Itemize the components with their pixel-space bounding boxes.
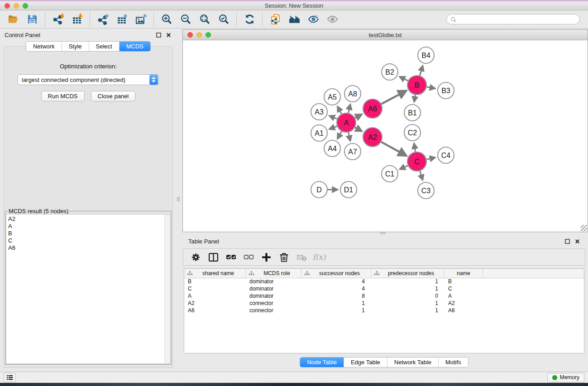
graph-node-B3[interactable]: B3 [438, 82, 454, 99]
zoom-out-icon[interactable] [178, 12, 193, 27]
tab-network-table[interactable]: Network Table [387, 357, 439, 367]
search-input[interactable] [457, 16, 576, 23]
graph-edge-B-B4[interactable] [420, 66, 422, 76]
add-column-icon[interactable] [258, 250, 274, 264]
column-header-name[interactable]: name [445, 269, 483, 278]
graph-node-A2[interactable]: A2 [363, 128, 382, 147]
graph-node-B4[interactable]: B4 [418, 47, 434, 63]
import-network-icon[interactable] [51, 12, 65, 27]
hide-details-icon[interactable] [306, 12, 320, 27]
search-box[interactable] [446, 14, 580, 24]
graph-edge-C-C3[interactable] [420, 171, 423, 180]
tab-node-table[interactable]: Node Table [300, 357, 344, 367]
refresh-layout-icon[interactable] [242, 12, 257, 27]
graph-node-A7[interactable]: A7 [344, 143, 361, 160]
tab-motifs[interactable]: Motifs [439, 357, 468, 367]
splitter-handle[interactable] [380, 232, 386, 234]
graph-node-C3[interactable]: C3 [418, 182, 434, 199]
first-neighbors-icon[interactable] [287, 12, 301, 27]
graph-node-A1[interactable]: A1 [311, 125, 327, 141]
graph-node-B2[interactable]: B2 [382, 64, 398, 80]
graph-edge-A-A7[interactable] [349, 132, 350, 140]
table-row[interactable]: Bdominator41B [184, 278, 584, 286]
open-file-icon[interactable] [6, 12, 20, 27]
graph-node-B[interactable]: B [407, 76, 426, 95]
graph-edge-A-A8[interactable] [349, 105, 350, 113]
column-header-shared-name[interactable]: shared name [184, 269, 246, 278]
close-panel-icon[interactable] [165, 31, 172, 38]
column-view-icon[interactable] [206, 250, 221, 264]
zoom-selected-icon[interactable] [216, 12, 231, 27]
graph-edge-C-C2[interactable] [414, 144, 416, 152]
close-panel-button[interactable]: Close panel [91, 91, 136, 101]
tab-select[interactable]: Select [89, 42, 120, 51]
zoom-in-icon[interactable] [159, 12, 174, 27]
result-scrollbar[interactable] [164, 214, 170, 363]
result-item[interactable]: B [8, 230, 164, 237]
graph-edge-C-C1[interactable] [400, 166, 408, 169]
task-history-icon[interactable] [4, 373, 16, 382]
graph-node-A5[interactable]: A5 [324, 89, 340, 105]
graph-edge-A-A2[interactable] [355, 128, 361, 131]
column-header-MCDS-role[interactable]: MCDS role [246, 269, 301, 278]
gear-icon[interactable] [188, 250, 203, 264]
network-window-titlebar[interactable]: testGlobe.txt [183, 30, 588, 40]
graph-node-A8[interactable]: A8 [344, 86, 361, 102]
graph-node-A4[interactable]: A4 [324, 140, 340, 157]
close-panel-icon[interactable] [574, 238, 581, 245]
tab-style[interactable]: Style [62, 42, 89, 51]
graph-edge-B-B3[interactable] [427, 87, 435, 88]
graph-node-C4[interactable]: C4 [438, 147, 454, 163]
graph-edge-A-A3[interactable] [330, 116, 337, 119]
delete-column-icon[interactable] [276, 250, 292, 264]
export-table-icon[interactable] [115, 12, 129, 27]
graph-node-C[interactable]: C [407, 152, 426, 171]
zoom-fit-icon[interactable] [197, 12, 212, 27]
float-panel-icon[interactable] [155, 31, 162, 38]
export-image-icon[interactable] [134, 12, 148, 27]
column-header-successor-nodes[interactable]: successor nodes [301, 269, 371, 278]
memory-button[interactable]: Memory [547, 373, 584, 382]
clone-network-icon[interactable] [268, 12, 282, 27]
graph-edge-A-A4[interactable] [338, 131, 342, 138]
table-row[interactable]: Adominator80A [184, 293, 584, 300]
deselect-all-icon[interactable] [241, 250, 256, 264]
float-panel-icon[interactable] [564, 238, 571, 245]
table-row[interactable]: A6connector11A6 [184, 307, 584, 315]
graph-edge-A-A5[interactable] [338, 107, 342, 114]
vertical-splitter[interactable] [177, 29, 180, 372]
tab-mcds[interactable]: MCDS [120, 42, 150, 51]
graph-edge-A6-B[interactable] [381, 91, 406, 104]
import-table-icon[interactable] [70, 12, 84, 27]
graph-node-D[interactable]: D [311, 181, 327, 198]
result-item[interactable]: A2 [8, 215, 164, 223]
run-mcds-button[interactable]: Run MCDS [41, 91, 85, 101]
horizontal-splitter[interactable] [180, 232, 588, 235]
network-canvas[interactable]: B4B2BB3A8A5A6B1A3AC2A1A2A4A7C4CC1C3DD1 [183, 40, 588, 232]
result-item[interactable]: A [8, 223, 164, 230]
criterion-dropdown[interactable]: largest connected component (directed) [18, 74, 159, 85]
graph-node-A6[interactable]: A6 [363, 99, 382, 118]
graph-node-B1[interactable]: B1 [404, 105, 421, 121]
delete-table-icon[interactable] [294, 250, 309, 264]
graph-node-C2[interactable]: C2 [404, 124, 421, 141]
graph-node-A[interactable]: A [337, 113, 356, 132]
table-row[interactable]: Cdominator41C [184, 286, 584, 293]
graph-edge-A2-C[interactable] [381, 142, 406, 156]
graph-edge-A-A6[interactable] [355, 114, 361, 118]
graph-node-D1[interactable]: D1 [340, 181, 357, 198]
export-network-icon[interactable] [96, 12, 110, 27]
graph-edge-B-B2[interactable] [400, 77, 408, 81]
save-session-icon[interactable] [25, 12, 39, 27]
tab-network[interactable]: Network [26, 42, 62, 51]
select-all-icon[interactable] [223, 250, 239, 264]
function-builder-icon[interactable]: f(x) [311, 250, 327, 264]
graph-node-C1[interactable]: C1 [382, 166, 398, 182]
result-item[interactable]: C [8, 237, 164, 244]
splitter-handle[interactable] [177, 197, 180, 201]
table-row[interactable]: A2connector11A2 [184, 300, 584, 307]
graph-edge-B-B1[interactable] [414, 95, 415, 102]
graph-edge-A-A1[interactable] [330, 126, 337, 129]
resize-grip-icon[interactable] [581, 225, 587, 231]
graph-edge-C-C4[interactable] [426, 157, 435, 159]
